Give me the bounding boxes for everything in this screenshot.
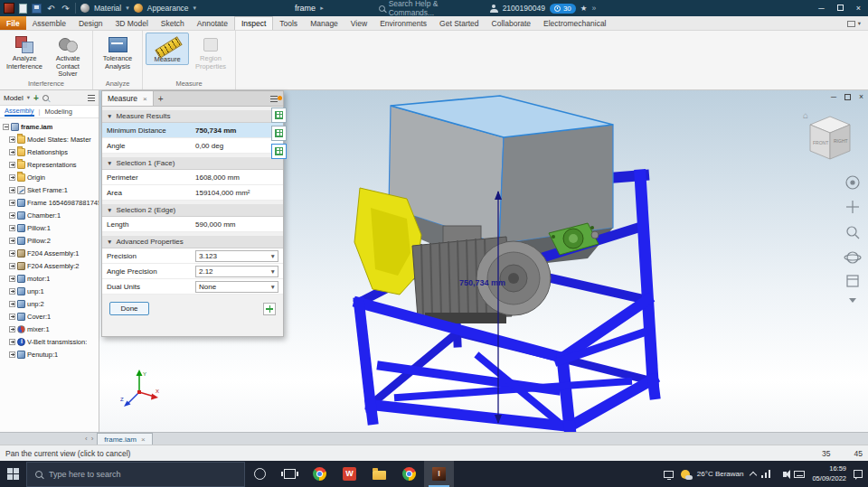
expand-icon[interactable] (9, 263, 15, 269)
tree-item[interactable]: mixer:1 (2, 323, 99, 335)
chevron-right-icon[interactable]: ▸ (320, 5, 324, 12)
file-explorer-button[interactable] (364, 461, 394, 487)
tree-item[interactable]: unp:1 (2, 285, 99, 297)
close-icon[interactable]: × (141, 435, 146, 444)
view-cube[interactable]: FRONT RIGHT (801, 112, 857, 168)
tree-item[interactable]: Cover:1 (2, 310, 99, 323)
ribbon-tab[interactable]: Sketch (155, 16, 191, 30)
ribbon-tab[interactable]: Annotate (191, 16, 234, 30)
tab-assembly[interactable]: Assembly (5, 107, 34, 117)
expand-icon[interactable] (9, 238, 15, 244)
group-name[interactable]: Analyze (96, 79, 139, 89)
measure-row[interactable]: ▼ Perimeter 1608,000 mm ▼ (102, 170, 283, 185)
add-tab-button[interactable]: + (154, 94, 168, 104)
add-browser-icon[interactable]: + (33, 93, 39, 103)
expand-icon[interactable] (9, 339, 15, 345)
measure-row[interactable]: ▼ Selection 1 (Face) ▼ (102, 157, 283, 170)
browser-app-button-2[interactable] (394, 461, 424, 487)
weather-text[interactable]: 26°C Berawan (697, 470, 744, 478)
tree-item[interactable]: Pillow:1 (2, 221, 99, 234)
tree-item[interactable]: Penutup:1 (2, 348, 99, 361)
network-icon[interactable] (769, 470, 770, 478)
tree-item[interactable]: Origin (2, 171, 99, 183)
measure-row[interactable]: ▼ Selection 2 (Edge) ▼ (102, 204, 283, 217)
browser-menu-icon[interactable] (88, 98, 95, 98)
expand-icon[interactable] (9, 276, 15, 282)
inventor-taskbar-button[interactable] (424, 461, 454, 487)
doc-close-button[interactable]: × (859, 92, 863, 101)
overflow-chevron-icon[interactable]: » (591, 4, 596, 13)
selected-table-tool-icon[interactable] (271, 144, 287, 159)
document-tab[interactable]: frame.iam × (97, 433, 152, 445)
material-dropdown[interactable]: Material (94, 4, 121, 13)
minimize-button[interactable]: ─ (818, 4, 824, 13)
ribbon-tab[interactable]: Environments (373, 16, 433, 30)
activate-contact-solver-button[interactable]: Activate Contact Solver (46, 33, 90, 79)
ribbon-tab[interactable]: 3D Model (108, 16, 154, 30)
cortana-button[interactable] (245, 461, 275, 487)
tree-root[interactable]: frame.iam (2, 120, 99, 133)
measure-row[interactable]: ▼ Angle 0,00 deg ▼ (102, 138, 283, 154)
measure-tab[interactable]: Measure × (102, 91, 154, 106)
expand-icon[interactable] (9, 351, 15, 358)
section-collapse-icon[interactable]: ▼ (107, 207, 112, 213)
collapse-icon[interactable] (3, 124, 9, 130)
browser-app-button-1[interactable] (305, 461, 335, 487)
tree-item[interactable]: F204 Assembly:1 (2, 247, 99, 259)
chevron-down-icon[interactable]: ▾ (27, 94, 30, 101)
measure-button[interactable]: Measure (146, 33, 189, 65)
tree-item[interactable]: Representations (2, 158, 99, 171)
ribbon-tab[interactable]: Get Started (433, 16, 485, 30)
group-name[interactable]: Measure (146, 79, 232, 89)
ribbon-tab[interactable]: Inspect (234, 16, 273, 30)
hidden-icons-chevron[interactable] (750, 471, 757, 478)
favorites-icon[interactable]: ★ (580, 4, 588, 13)
expand-icon[interactable] (9, 225, 15, 231)
navigation-bar[interactable] (843, 173, 863, 309)
add-measurement-button[interactable] (263, 303, 276, 315)
taskbar-search-box[interactable]: Type here to search (26, 462, 245, 487)
tree-item[interactable]: Frame 16546987881745... (2, 196, 99, 209)
redo-icon[interactable]: ↷ (61, 4, 71, 14)
user-id[interactable]: 2100190049 (503, 4, 545, 13)
start-button[interactable] (7, 468, 19, 480)
expand-icon[interactable] (9, 326, 15, 332)
expand-icon[interactable] (9, 301, 15, 307)
chevron-down-icon[interactable]: ▾ (126, 5, 129, 12)
dropdown-arrow-icon[interactable]: ▼ (270, 268, 276, 275)
import-table-icon[interactable] (271, 126, 287, 141)
wps-app-button[interactable] (335, 461, 364, 487)
section-collapse-icon[interactable]: ▼ (107, 113, 112, 119)
measure-row[interactable]: ▼ Advanced Properties ▼ (102, 236, 283, 248)
expand-icon[interactable] (9, 174, 15, 181)
tab-scroll-right-icon[interactable]: › (91, 435, 94, 443)
task-view-button[interactable] (275, 461, 305, 487)
tree-item[interactable]: Pillow:2 (2, 234, 99, 247)
ribbon-tab[interactable]: Assemble (26, 16, 72, 30)
notification-center-badge[interactable]: 30 (550, 4, 576, 14)
ribbon-tab[interactable]: Tools (273, 16, 304, 30)
tab-modeling[interactable]: Modeling (44, 108, 71, 116)
expand-icon[interactable] (9, 136, 15, 143)
measure-row[interactable]: ▼ Minimum Distance 750,734 mm ▼ (102, 123, 283, 138)
browser-search-icon[interactable] (42, 95, 49, 101)
expand-icon[interactable] (9, 187, 15, 193)
expand-icon[interactable] (9, 288, 15, 295)
keyboard-icon[interactable] (794, 471, 805, 478)
doc-restore-button[interactable] (844, 94, 851, 100)
close-button[interactable]: × (856, 4, 861, 13)
panel-menu-icon[interactable] (270, 98, 278, 99)
tolerance-analysis-button[interactable]: Tolerance Analysis (96, 33, 139, 70)
measure-row[interactable]: ▼ Length 590,000 mm ▼ (102, 217, 283, 232)
tab-scroll-left-icon[interactable]: ‹ (85, 435, 88, 443)
dropdown-arrow-icon[interactable]: ▼ (270, 253, 276, 259)
expand-icon[interactable] (9, 162, 15, 168)
tablet-mode-icon[interactable] (664, 471, 674, 478)
tree-item[interactable]: Model States: Master (2, 133, 99, 145)
section-collapse-icon[interactable]: ▼ (107, 160, 112, 166)
measure-row[interactable]: ▼ Precision 3.123 ▼ (102, 248, 283, 264)
undo-icon[interactable]: ↶ (46, 4, 56, 14)
export-table-icon[interactable] (271, 108, 287, 123)
expand-icon[interactable] (9, 149, 15, 155)
action-center-icon[interactable] (854, 470, 863, 478)
